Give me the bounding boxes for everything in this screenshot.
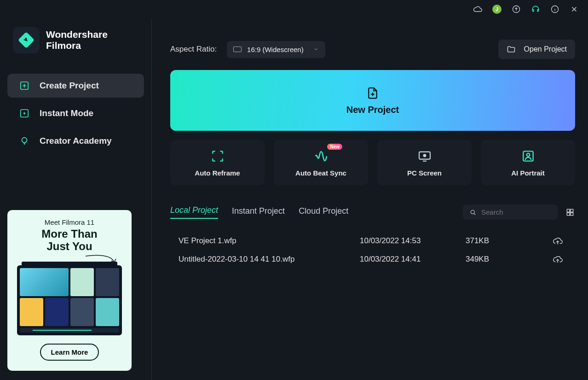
brand-logo xyxy=(13,27,40,53)
project-size: 371KB xyxy=(466,236,544,246)
brand-line1: Wondershare xyxy=(46,29,108,40)
sidebar: Wondershare Filmora Create Project Insta… xyxy=(0,18,152,380)
waveform-icon xyxy=(314,149,329,164)
project-size: 349KB xyxy=(466,255,544,264)
frame-icon xyxy=(233,47,242,52)
nav-creator-academy[interactable]: Creator Academy xyxy=(7,129,144,153)
nav-instant-mode[interactable]: Instant Mode xyxy=(7,101,144,125)
brand-line2: Filmora xyxy=(46,40,108,51)
brand: Wondershare Filmora xyxy=(7,24,144,62)
aspect-ratio-value: 16:9 (Widescreen) xyxy=(247,46,304,53)
svg-rect-13 xyxy=(567,212,570,215)
folder-icon xyxy=(507,45,516,54)
project-row[interactable]: Untitled-2022-03-10 14 41 10.wfp 10/03/2… xyxy=(170,250,575,269)
svg-point-5 xyxy=(22,138,27,143)
card-label: AI Portrait xyxy=(511,169,545,177)
promo-preview xyxy=(17,265,122,335)
portrait-icon xyxy=(521,149,536,164)
promo-headline2: Just You xyxy=(46,240,92,252)
cloud-icon[interactable] xyxy=(473,5,482,14)
bulb-icon xyxy=(19,136,29,146)
project-name: VE Project 1.wfp xyxy=(179,236,360,246)
card-auto-reframe[interactable]: Auto Reframe xyxy=(170,140,265,185)
nav-item-label: Instant Mode xyxy=(40,108,93,118)
reframe-icon xyxy=(210,149,225,164)
screen-record-icon xyxy=(417,149,432,164)
svg-point-10 xyxy=(471,210,474,214)
search-icon xyxy=(469,209,477,216)
card-ai-portrait[interactable]: AI Portrait xyxy=(481,140,575,185)
project-row[interactable]: VE Project 1.wfp 10/03/2022 14:53 371KB xyxy=(170,232,575,250)
search-box[interactable] xyxy=(463,205,558,220)
project-tabs: Local Project Instant Project Cloud Proj… xyxy=(170,205,348,219)
promo-learn-more-button[interactable]: Learn More xyxy=(40,344,99,361)
cloud-upload-icon[interactable] xyxy=(544,254,571,264)
promo-subtitle: Meet Filmora 11 xyxy=(45,218,94,226)
plus-square-icon xyxy=(19,81,29,91)
aspect-ratio-label: Aspect Ratio: xyxy=(170,45,217,54)
promo-card: Meet Filmora 11 More Than Just You Learn… xyxy=(7,210,132,371)
svg-point-9 xyxy=(526,153,530,157)
tab-local-project[interactable]: Local Project xyxy=(170,205,218,219)
nav-item-label: Creator Academy xyxy=(40,136,112,146)
card-label: Auto Reframe xyxy=(195,169,240,177)
aspect-ratio-select[interactable]: 16:9 (Widescreen) xyxy=(227,41,325,58)
chevron-down-icon xyxy=(313,47,319,52)
project-list: VE Project 1.wfp 10/03/2022 14:53 371KB … xyxy=(170,232,575,269)
svg-rect-11 xyxy=(567,209,570,212)
main: Aspect Ratio: 16:9 (Widescreen) Open Pro… xyxy=(152,18,588,380)
project-date: 10/03/2022 14:41 xyxy=(360,255,466,264)
card-label: Auto Beat Sync xyxy=(295,169,346,177)
new-badge: New xyxy=(327,144,342,150)
tab-instant-project[interactable]: Instant Project xyxy=(232,206,285,219)
sparkle-square-icon xyxy=(19,108,29,118)
open-project-button[interactable]: Open Project xyxy=(498,40,575,59)
new-project-button[interactable]: New Project xyxy=(170,70,575,131)
card-auto-beat-sync[interactable]: New Auto Beat Sync xyxy=(274,140,368,185)
svg-point-7 xyxy=(423,154,426,157)
project-date: 10/03/2022 14:53 xyxy=(360,236,466,246)
grid-view-icon[interactable] xyxy=(565,207,575,217)
file-plus-icon xyxy=(366,86,380,100)
tab-cloud-project[interactable]: Cloud Project xyxy=(299,206,348,219)
upload-icon[interactable] xyxy=(512,5,521,14)
card-pc-screen[interactable]: PC Screen xyxy=(377,140,472,185)
new-project-label: New Project xyxy=(346,105,399,115)
close-icon[interactable] xyxy=(570,5,579,14)
headset-icon[interactable] xyxy=(531,5,540,14)
info-icon[interactable] xyxy=(550,5,559,14)
nav-item-label: Create Project xyxy=(40,81,99,91)
user-avatar[interactable]: J xyxy=(492,5,502,14)
project-name: Untitled-2022-03-10 14 41 10.wfp xyxy=(179,255,360,264)
svg-rect-12 xyxy=(571,209,573,212)
nav: Create Project Instant Mode Creator Acad… xyxy=(7,74,144,153)
card-label: PC Screen xyxy=(407,169,442,177)
open-project-label: Open Project xyxy=(524,45,567,53)
svg-rect-14 xyxy=(571,212,573,215)
cloud-upload-icon[interactable] xyxy=(544,236,571,246)
titlebar: J xyxy=(0,0,588,18)
nav-create-project[interactable]: Create Project xyxy=(7,74,144,98)
search-input[interactable] xyxy=(481,208,551,216)
promo-headline1: More Than xyxy=(41,228,97,240)
